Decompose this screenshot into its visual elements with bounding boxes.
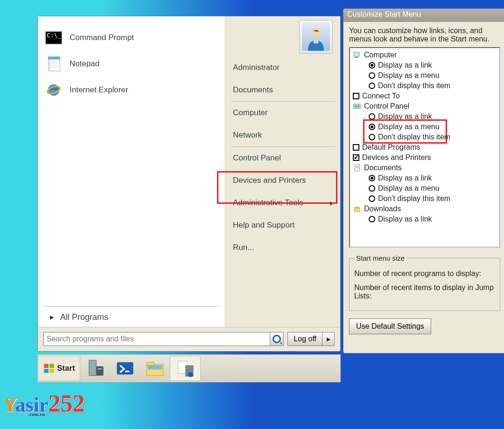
server-manager-icon <box>85 359 105 378</box>
radio-doc-none[interactable]: Don't display this item <box>352 194 497 204</box>
svg-rect-11 <box>49 364 54 368</box>
tree-computer: Computer <box>352 50 497 60</box>
downloads-icon <box>353 205 361 213</box>
all-programs[interactable]: ▶ All Programs <box>43 310 219 325</box>
ie-icon <box>44 81 63 99</box>
svg-rect-12 <box>44 369 49 373</box>
right-item-help[interactable]: Help and Support <box>231 214 336 236</box>
check-default-programs[interactable]: Default Programs <box>352 142 497 152</box>
app-command-prompt[interactable]: C:\_ Command Prompt <box>43 25 219 51</box>
search-icon <box>273 335 281 343</box>
customize-dialog: Customize Start Menu You can customize h… <box>343 8 504 353</box>
arrow-right-icon: ▶ <box>50 314 54 320</box>
taskbar-powershell[interactable] <box>110 356 140 381</box>
svg-point-24 <box>188 372 193 377</box>
svg-rect-13 <box>49 369 54 373</box>
svg-rect-15 <box>96 367 103 376</box>
start-label: Start <box>57 364 75 373</box>
right-item-network[interactable]: Network <box>231 124 336 146</box>
explorer-icon <box>145 359 165 378</box>
right-item-run[interactable]: Run... <box>231 236 336 259</box>
control-panel-icon <box>353 102 361 111</box>
radio-cp-link[interactable]: Display as a link <box>352 111 497 122</box>
use-default-settings-button[interactable]: Use Default Settings <box>349 318 431 334</box>
svg-rect-20 <box>147 362 154 366</box>
svg-point-28 <box>355 105 357 107</box>
radio-computer-none[interactable]: Don't display this item <box>352 81 497 91</box>
taskbar-server-manager[interactable] <box>80 356 110 381</box>
taskbar-app[interactable] <box>170 356 201 381</box>
check-connect-to[interactable]: Connect To <box>352 91 497 101</box>
right-item-documents[interactable]: Documents <box>231 79 336 101</box>
sms-recent-programs: Number of recent programs to display: <box>354 267 495 281</box>
notepad-icon <box>44 55 63 73</box>
svg-rect-14 <box>89 360 96 375</box>
radio-computer-link[interactable]: Display as a link <box>352 60 497 70</box>
svg-point-29 <box>357 105 359 107</box>
command-prompt-icon: C:\_ <box>44 28 63 47</box>
check-devices-printers[interactable]: ✔Devices and Printers <box>352 152 497 163</box>
app-label: Notepad <box>70 59 99 69</box>
app-icon <box>175 359 196 378</box>
search-input[interactable] <box>43 332 270 346</box>
taskbar: Start <box>37 354 341 382</box>
computer-icon <box>353 51 361 59</box>
app-label: Internet Explorer <box>70 85 128 95</box>
radio-doc-menu[interactable]: Display as a menu <box>352 183 497 194</box>
app-notepad[interactable]: Notepad <box>43 51 219 77</box>
start-menu-size-group: Start menu size Number of recent program… <box>349 254 500 311</box>
svg-rect-10 <box>44 364 49 368</box>
search-button[interactable] <box>270 332 284 346</box>
app-internet-explorer[interactable]: Internet Explorer <box>43 77 219 103</box>
radio-doc-link[interactable]: Display as a link <box>352 173 497 183</box>
svg-rect-21 <box>147 365 162 369</box>
start-menu-left: C:\_ Command Prompt Notepad Internet Exp… <box>38 16 224 327</box>
options-tree[interactable]: Computer Display as a link Display as a … <box>349 47 500 248</box>
dialog-description: You can customize how links, icons, and … <box>349 27 500 43</box>
app-label: Command Prompt <box>70 33 134 42</box>
start-button[interactable]: Start <box>38 356 80 381</box>
powershell-icon <box>115 359 135 378</box>
svg-rect-17 <box>117 362 133 374</box>
svg-rect-1 <box>49 57 60 60</box>
documents-icon <box>353 164 361 172</box>
right-item-computer[interactable]: Computer <box>231 102 336 124</box>
sms-recent-items: Number of recent items to display in Jum… <box>354 281 495 303</box>
right-item-devices-printers[interactable]: Devices and Printers <box>231 169 336 192</box>
start-menu-right: Administrator Documents Computer Network… <box>224 16 340 327</box>
watermark: Yasir252 .com.ru <box>3 390 85 417</box>
start-menu: C:\_ Command Prompt Notepad Internet Exp… <box>37 16 341 352</box>
logoff-button[interactable]: Log off <box>287 332 322 346</box>
radio-cp-menu[interactable]: Display as a menu <box>352 122 497 132</box>
tree-control-panel: Control Panel <box>352 101 497 111</box>
windows-logo-icon <box>43 362 55 374</box>
dialog-titlebar: Customize Start Menu <box>343 9 504 22</box>
all-programs-label: All Programs <box>60 312 108 322</box>
radio-computer-menu[interactable]: Display as a menu <box>352 70 497 81</box>
taskbar-explorer[interactable] <box>140 356 170 381</box>
radio-dl-link[interactable]: Display as a link <box>352 214 497 224</box>
radio-cp-none[interactable]: Don't display this item <box>352 132 497 142</box>
right-item-admin-tools[interactable]: Administrative Tools▶ <box>231 192 336 214</box>
sms-legend: Start menu size <box>354 254 406 262</box>
svg-rect-16 <box>98 368 102 369</box>
user-avatar[interactable] <box>299 20 333 54</box>
tree-documents: Documents <box>352 163 497 173</box>
right-item-control-panel[interactable]: Control Panel <box>231 147 336 169</box>
svg-point-9 <box>311 28 321 37</box>
logoff-dropdown[interactable]: ▶ <box>322 332 335 346</box>
svg-rect-25 <box>354 52 359 56</box>
arrow-right-icon: ▶ <box>330 200 334 206</box>
tree-downloads: Downloads <box>352 204 497 214</box>
right-item-administrator[interactable]: Administrator <box>231 56 336 79</box>
start-menu-bottom: Log off ▶ <box>38 327 340 351</box>
svg-rect-26 <box>355 57 358 58</box>
